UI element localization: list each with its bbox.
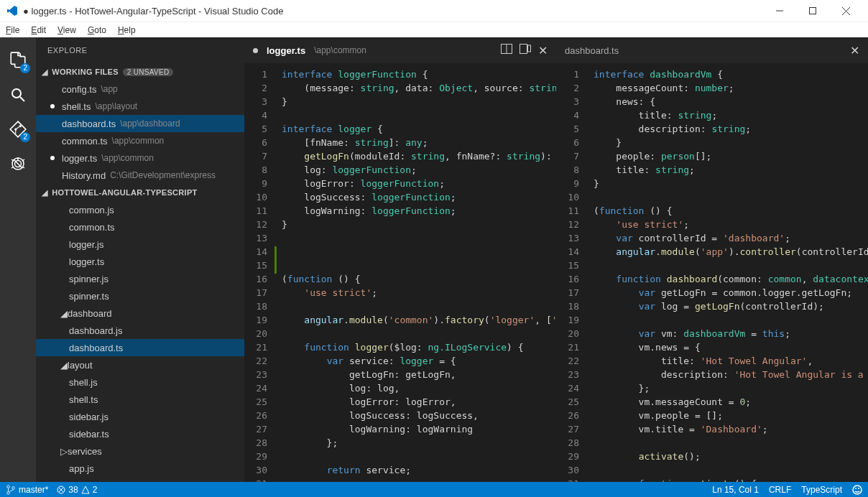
debug-icon[interactable]	[0, 147, 36, 181]
working-file-item[interactable]: History.md C:\GitDevelopment\express	[36, 167, 244, 184]
working-file-item[interactable]: config.ts \app	[36, 80, 244, 98]
project-label: HOTTOWEL-ANGULAR-TYPESCRIPT	[52, 188, 197, 197]
git-branch-status[interactable]: master*	[6, 485, 48, 495]
tab-filename: dashboard.ts	[565, 45, 619, 56]
working-file-item[interactable]: dashboard.ts \app\dashboard	[36, 115, 244, 132]
editor-group-right: dashboard.ts ✕ 1234567891011121314151617…	[556, 37, 868, 482]
svg-rect-20	[520, 44, 527, 53]
tree-item[interactable]: sidebar.ts	[36, 425, 244, 442]
branch-name: master*	[19, 485, 48, 495]
tree-label: common.ts	[69, 222, 115, 233]
working-file-item[interactable]: common.ts \app\common	[36, 132, 244, 149]
working-files-list: config.ts \appshell.ts \app\layoutdashbo…	[36, 80, 244, 184]
file-tree: common.jscommon.tslogger.jslogger.tsspin…	[36, 201, 244, 482]
svg-point-4	[12, 89, 21, 98]
dirty-dot-icon	[50, 156, 55, 160]
editor-tab-right[interactable]: dashboard.ts ✕	[556, 37, 868, 63]
file-name: common.ts	[62, 136, 108, 147]
editor-body-right[interactable]: 1234567891011121314151617181920212223242…	[556, 63, 868, 482]
menu-edit[interactable]: Edit	[31, 25, 46, 35]
cursor-position[interactable]: Ln 15, Col 1	[712, 485, 759, 495]
working-file-item[interactable]: shell.ts \app\layout	[36, 98, 244, 115]
tree-item[interactable]: logger.js	[36, 236, 244, 253]
tree-item[interactable]: common.ts	[36, 218, 244, 236]
menu-view[interactable]: View	[57, 25, 76, 35]
code-content[interactable]: interface dashboardVm { messageCount: nu…	[586, 63, 868, 482]
svg-point-30	[858, 488, 859, 489]
folder-arrow-icon: ▷	[60, 446, 68, 457]
eol-indicator[interactable]: CRLF	[769, 485, 791, 495]
tree-item[interactable]: common.js	[36, 201, 244, 218]
feedback-icon[interactable]	[852, 485, 862, 495]
svg-rect-21	[528, 45, 531, 52]
file-name: History.md	[62, 170, 106, 181]
window-title: ● logger.ts - HotTowel-Angular-TypeScrip…	[23, 6, 283, 17]
titlebar: ● logger.ts - HotTowel-Angular-TypeScrip…	[0, 0, 868, 22]
close-window-button[interactable]	[829, 0, 862, 22]
working-file-item[interactable]: logger.ts \app\common	[36, 149, 244, 167]
menubar: FileEditViewGotoHelp	[0, 22, 868, 37]
tree-item[interactable]: sidebar.js	[36, 408, 244, 425]
tree-item[interactable]: dashboard.ts	[36, 339, 244, 356]
dirty-indicator-icon	[253, 48, 258, 53]
tree-label: dashboard.js	[69, 325, 122, 336]
split-editor-icon[interactable]	[501, 44, 512, 57]
svg-line-5	[20, 97, 24, 101]
editor-actions-icon[interactable]	[520, 44, 531, 57]
menu-help[interactable]: Help	[118, 25, 136, 35]
svg-point-22	[7, 485, 10, 488]
file-name: shell.ts	[62, 101, 91, 112]
tree-item[interactable]: logger.ts	[36, 253, 244, 270]
tab-filename: logger.ts	[267, 45, 305, 56]
tree-item[interactable]: app.js	[36, 460, 244, 477]
file-name: dashboard.ts	[62, 119, 116, 129]
code-content[interactable]: interface loggerFunction { (message: str…	[274, 63, 556, 482]
editor-tab-left[interactable]: logger.ts \app\common ✕	[244, 37, 556, 63]
tree-label: logger.ts	[69, 256, 104, 267]
tree-item[interactable]: shell.ts	[36, 391, 244, 408]
dirty-dot-icon	[50, 104, 55, 108]
file-path: C:\GitDevelopment\express	[110, 170, 216, 180]
menu-goto[interactable]: Goto	[88, 25, 106, 35]
activitybar: 2 2	[0, 37, 36, 482]
tree-item[interactable]: ▷ services	[36, 442, 244, 460]
tree-label: shell.ts	[69, 394, 98, 405]
file-name: logger.ts	[62, 153, 97, 164]
file-path: \app\layout	[95, 101, 137, 111]
tree-label: sidebar.ts	[69, 429, 109, 440]
tree-item[interactable]: ◢ layout	[36, 356, 244, 373]
tree-label: logger.js	[69, 239, 103, 250]
svg-rect-1	[810, 8, 816, 14]
line-gutter: 1234567891011121314151617181920212223242…	[556, 63, 586, 482]
tree-item[interactable]: shell.js	[36, 373, 244, 391]
file-name: config.ts	[62, 84, 96, 95]
language-mode[interactable]: TypeScript	[801, 485, 842, 495]
tree-label: spinner.js	[69, 274, 108, 284]
source-control-icon[interactable]: 2	[0, 112, 36, 147]
editor-body-left[interactable]: 1234567891011121314151617181920212223242…	[244, 63, 556, 482]
search-icon[interactable]	[0, 78, 36, 112]
tree-item[interactable]: dashboard.js	[36, 322, 244, 339]
problems-status[interactable]: 38 2	[57, 485, 97, 495]
explorer-icon[interactable]: 2	[0, 43, 36, 78]
tree-item[interactable]: spinner.js	[36, 270, 244, 287]
tab-path: \app\common	[314, 45, 366, 55]
tree-label: layout	[68, 360, 93, 371]
tree-item[interactable]: ◢ dashboard	[36, 305, 244, 322]
editor-area: logger.ts \app\common ✕ 1234567891011121…	[244, 37, 868, 482]
error-count: 38	[68, 485, 78, 495]
project-header[interactable]: ◢ HOTTOWEL-ANGULAR-TYPESCRIPT	[36, 184, 244, 201]
tree-item[interactable]: app.ts	[36, 477, 244, 482]
working-files-header[interactable]: ◢ WORKING FILES 2 UNSAVED	[36, 63, 244, 80]
tree-label: sidebar.js	[69, 412, 108, 422]
chevron-down-icon: ◢	[42, 188, 47, 198]
close-editor-button[interactable]: ✕	[538, 44, 548, 57]
file-path: \app\dashboard	[120, 119, 180, 129]
folder-arrow-icon: ◢	[60, 360, 68, 371]
maximize-button[interactable]	[796, 0, 829, 22]
close-editor-button[interactable]: ✕	[850, 44, 859, 57]
tree-item[interactable]: spinner.ts	[36, 287, 244, 305]
editor-group-left: logger.ts \app\common ✕ 1234567891011121…	[244, 37, 556, 482]
menu-file[interactable]: File	[6, 25, 19, 35]
minimize-button[interactable]	[763, 0, 796, 22]
